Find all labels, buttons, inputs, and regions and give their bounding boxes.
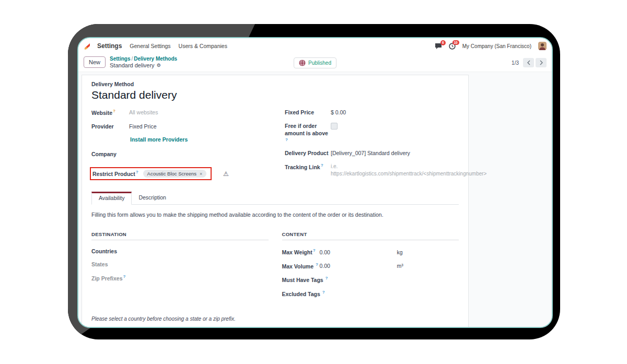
pager-previous-button[interactable] [523,58,534,67]
restrict-product-help-icon[interactable]: ? [136,170,138,174]
activities-clock-icon[interactable]: 10 [449,43,456,50]
zip-prefixes-field[interactable]: Zip Prefixes? [91,274,269,281]
breadcrumb-settings[interactable]: Settings [110,56,130,62]
max-weight-field[interactable]: 0.00 [320,249,397,255]
chevron-left-icon [527,60,531,65]
messages-badge: 6 [440,40,446,45]
pager-next-button[interactable] [536,58,547,67]
form-right-column: Fixed Price $ 0.00 Free if order amount … [285,109,486,186]
breadcrumb: Settings/Delivery Methods Standard deliv… [110,56,177,68]
install-more-providers-link[interactable]: Install more Providers [130,136,188,143]
fixed-price-field[interactable]: $ 0.00 [331,109,346,116]
excluded-tags-field[interactable]: Excluded Tags ? [282,290,459,297]
annotation-highlight: Restrict Product? Acoustic Bloc Screens … [90,167,212,180]
tab-availability[interactable]: Availability [91,192,132,205]
must-have-tags-field[interactable]: Must Have Tags ? [282,276,459,283]
published-label: Published [308,60,331,66]
destination-section: DESTINATION Countries States Zip Prefixe… [91,231,269,303]
warning-icon: ⚠ [223,170,229,178]
must-have-tags-help-icon[interactable]: ? [326,276,328,280]
max-weight-label: Max Weight? [282,248,320,255]
activities-badge: 10 [452,40,459,45]
max-volume-help-icon[interactable]: ? [316,262,318,267]
fixed-price-label: Fixed Price [285,109,331,116]
max-volume-unit: m³ [397,263,459,269]
new-button[interactable]: New [84,56,106,68]
tab-description[interactable]: Description [132,192,173,204]
free-if-order-label: Free if order amount is above ? [285,122,331,145]
notebook-tabs: Availability Description [91,192,459,205]
states-field[interactable]: States [91,261,269,267]
max-volume-field[interactable]: 0.00 [320,263,397,269]
company-label: Company [91,150,129,158]
odoo-settings-logo-icon[interactable] [83,42,91,50]
pager-count: 1/3 [512,60,519,66]
breadcrumb-record-name: Standard delivery [110,62,155,68]
form-left-column: Website? All websites Provider Fixed Pri… [91,109,278,186]
tag-remove-icon[interactable]: × [200,171,202,177]
provider-label: Provider [91,123,129,130]
globe-icon [299,60,306,66]
user-avatar[interactable] [538,42,547,50]
restrict-product-tag[interactable]: Acoustic Bloc Screens × [143,170,207,178]
max-volume-label: Max Volume ? [282,262,320,269]
menu-users-companies[interactable]: Users & Companies [179,43,227,49]
countries-field[interactable]: Countries [91,248,269,254]
delivery-product-field[interactable]: [Delivery_007] Standard delivery [331,149,410,157]
country-selection-note: Please select a country before choosing … [91,316,459,322]
excluded-tags-help-icon[interactable]: ? [322,290,325,295]
delivery-method-name[interactable]: Standard delivery [91,89,459,101]
max-weight-help-icon[interactable]: ? [313,248,316,253]
tracking-link-help-icon[interactable]: ? [321,163,323,168]
app-window: Settings General Settings Users & Compan… [77,37,553,328]
website-field[interactable]: All websites [129,109,158,116]
free-if-order-help-icon[interactable]: ? [285,137,288,142]
delivery-method-form: Delivery Method Standard delivery Websit… [82,75,469,328]
provider-field[interactable]: Fixed Price [129,123,157,130]
published-toggle[interactable]: Published [294,57,336,68]
messages-icon[interactable]: 6 [435,43,442,49]
company-switcher[interactable]: My Company (San Francisco) [462,43,531,49]
zip-prefixes-help-icon[interactable]: ? [123,274,126,279]
control-panel: New Settings/Delivery Methods Standard d… [78,53,552,72]
availability-info-text: Filling this form allows you to make the… [91,212,459,218]
app-menu-settings[interactable]: Settings [97,42,122,50]
content-section: CONTENT Max Weight? 0.00 kg Max Volume ?… [282,231,459,303]
form-title-label: Delivery Method [91,81,459,87]
delivery-product-label: Delivery Product [285,149,331,157]
website-label: Website? [91,109,129,116]
main-content: Delivery Method Standard delivery Websit… [78,72,552,328]
tracking-link-field[interactable]: i.e. https://ekartlogistics.com/shipment… [331,163,486,177]
destination-header: DESTINATION [91,231,269,240]
breadcrumb-delivery-methods[interactable]: Delivery Methods [134,56,177,62]
website-help-icon[interactable]: ? [113,109,115,113]
tracking-link-label: Tracking Link? [285,163,331,171]
free-if-order-checkbox[interactable] [331,123,338,130]
chevron-right-icon [539,60,543,65]
max-weight-unit: kg [397,249,459,255]
action-gear-icon[interactable]: ⚙ [157,63,161,68]
restrict-product-row: Restrict Product? Acoustic Bloc Screens … [91,167,278,180]
top-navbar: Settings General Settings Users & Compan… [78,38,552,53]
tag-label: Acoustic Bloc Screens [147,171,197,177]
menu-general-settings[interactable]: General Settings [130,43,170,49]
restrict-product-label: Restrict Product? [92,170,138,178]
content-header: CONTENT [282,231,459,240]
